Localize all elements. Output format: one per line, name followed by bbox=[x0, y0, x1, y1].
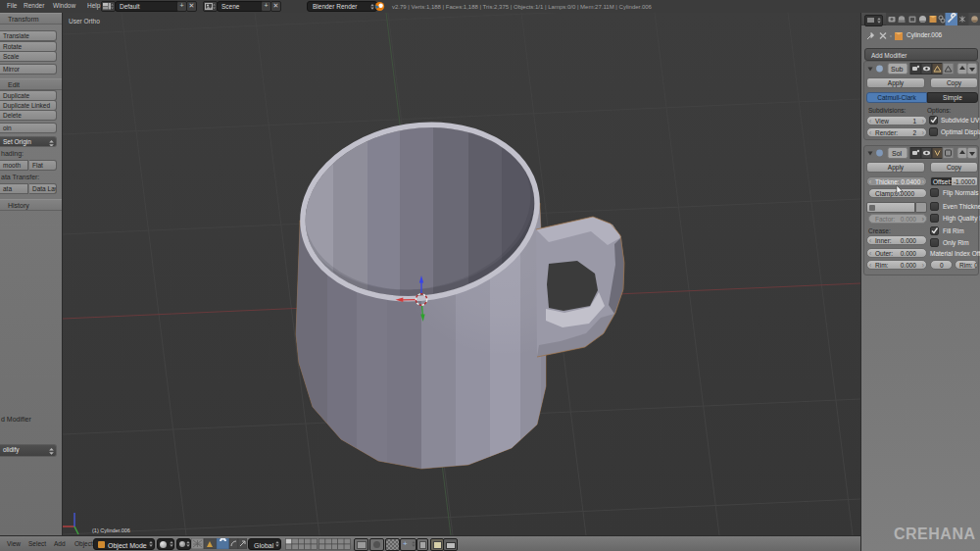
svg-text:Sub: Sub bbox=[891, 66, 904, 73]
svg-text:Sol: Sol bbox=[892, 150, 903, 157]
